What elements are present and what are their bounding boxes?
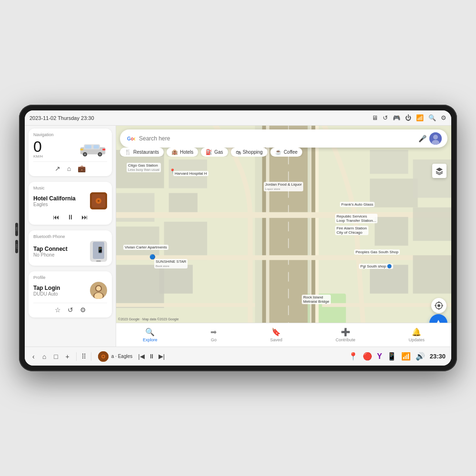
filter-restaurants-label: Restaurants (133, 149, 159, 155)
navigation-widget[interactable]: Navigation 0 KM/H (29, 129, 112, 176)
svg-rect-41 (311, 126, 315, 347)
bottom-time: 23:30 (430, 353, 446, 360)
music-artist: Eagles (33, 202, 76, 207)
gas-icon: ⛽ (206, 149, 212, 155)
bottom-prev-btn[interactable]: |◀ (138, 353, 144, 360)
updates-label: Updates (408, 337, 425, 342)
svg-rect-45 (116, 303, 255, 307)
go-label: Go (211, 337, 217, 342)
recent-button[interactable]: □ (52, 352, 60, 361)
updates-icon: 🔔 (412, 327, 421, 337)
bottom-contribute[interactable]: ➕ Contribute (336, 327, 356, 342)
filter-shopping-label: Shopping (243, 149, 263, 155)
status-bar: 2023-11-02 Thursday 23:30 🖥 ↺ 🎮 ⏻ 📶 🔍 ⚙ (25, 110, 451, 126)
pause-btn[interactable]: ⏸ (67, 213, 74, 221)
music-content: Hotel California Eagles (33, 192, 107, 209)
yahoo-icon: Y (377, 352, 382, 361)
bottom-updates[interactable]: 🔔 Updates (408, 327, 425, 342)
svg-rect-2 (85, 145, 92, 149)
music-controls: ⏮ ⏸ ⏭ (33, 213, 107, 221)
profile-widget[interactable]: Profile Tap Login DUDU Auto (29, 271, 112, 317)
bottom-navigation-bar: ‹ ⌂ □ + ⠿ a · Eagles |◀ ⏸ ▶| (25, 347, 451, 366)
svg-rect-49 (375, 217, 408, 246)
map-area[interactable]: Citgo Gas StationLess busy than usual Jo… (116, 126, 451, 347)
bt-content: Tap Connect No Phone 📱 (33, 241, 107, 262)
map-layers-button[interactable] (432, 164, 446, 178)
settings-icon[interactable]: ⚙ (441, 114, 446, 121)
bottom-explore[interactable]: 🔍 Explore (143, 327, 158, 342)
date-time: 2023-11-02 Thursday 23:30 (30, 115, 94, 121)
filter-coffee[interactable]: ☕ Coffee (270, 148, 302, 157)
map-search-bar[interactable]: Google 🎤 (120, 129, 447, 148)
filter-gas[interactable]: ⛽ Gas (201, 148, 228, 157)
svg-point-57 (433, 135, 438, 139)
bottom-next-btn[interactable]: ▶| (159, 353, 165, 360)
settings-btn[interactable]: ⚙ (80, 306, 86, 314)
bottom-music-text: a · Eagles (111, 354, 132, 359)
next-track-btn[interactable]: ⏭ (81, 213, 88, 221)
bluetooth-widget[interactable]: Bluetooth Phone Tap Connect No Phone 📱 (29, 230, 112, 266)
main-area: Navigation 0 KM/H (25, 126, 451, 347)
music-widget[interactable]: Music Hotel California Eagles (29, 182, 112, 225)
profile-title: Tap Login (33, 285, 60, 291)
favorite-btn[interactable]: ☆ (55, 306, 61, 314)
nav-work-btn[interactable]: 💼 (78, 165, 86, 172)
map-copyright: ©2023 Google · Map data ©2023 Google (118, 317, 178, 321)
filter-shopping[interactable]: 🛍 Shopping (231, 148, 268, 157)
home-button[interactable]: ⌂ (40, 352, 48, 361)
svg-rect-48 (370, 178, 418, 207)
left-panel: Navigation 0 KM/H (25, 126, 116, 347)
filter-hotels[interactable]: 🏨 Hotels (167, 148, 198, 157)
svg-point-21 (96, 286, 101, 291)
filter-hotels-label: Hotels (180, 149, 193, 155)
filter-coffee-label: Coffee (284, 149, 298, 155)
refresh-icon: ↺ (383, 114, 388, 121)
music-info: Hotel California Eagles (33, 195, 76, 207)
bottom-music-avatar (98, 351, 109, 362)
nav-content: 0 KM/H (33, 139, 107, 159)
back-button[interactable]: ‹ (30, 352, 37, 361)
svg-rect-28 (169, 159, 207, 188)
bottom-saved[interactable]: 🔖 Saved (270, 327, 282, 342)
search-input[interactable] (139, 135, 418, 142)
svg-rect-16 (96, 260, 101, 262)
pin-sunshine: 🔵 (149, 254, 155, 259)
filter-restaurants[interactable]: 🍴 Restaurants (120, 148, 164, 157)
divider-1 (76, 352, 77, 361)
profile-content: Tap Login DUDU Auto (33, 282, 107, 299)
mic-button[interactable]: MIC (15, 223, 18, 236)
add-button[interactable]: + (64, 352, 71, 361)
svg-text:Google: Google (127, 136, 135, 141)
svg-point-7 (99, 153, 101, 156)
nav-direction-btn[interactable]: ↗ (55, 165, 60, 172)
location-icon: 📍 (348, 352, 358, 361)
profile-avatar (90, 282, 107, 299)
svg-point-13 (98, 200, 99, 202)
user-avatar[interactable] (429, 132, 442, 145)
apps-grid-button[interactable]: ⠿ (81, 353, 86, 360)
bottom-play-pause-btn[interactable]: ⏸ (149, 353, 155, 360)
bt-title: Tap Connect (33, 246, 68, 252)
locate-button[interactable] (431, 298, 446, 313)
svg-text:📱: 📱 (97, 246, 104, 253)
volume-icon[interactable]: 🔊 (416, 352, 425, 361)
saved-label: Saved (270, 337, 282, 342)
sync-btn[interactable]: ↺ (68, 306, 73, 314)
svg-rect-44 (116, 255, 451, 260)
prev-track-btn[interactable]: ⏮ (53, 213, 60, 221)
coffee-icon: ☕ (275, 149, 282, 155)
bt-label: Bluetooth Phone (33, 234, 107, 239)
nav-home-btn[interactable]: ⌂ (67, 165, 71, 172)
car-display-device: MIC RST 2023-11-02 Thursday 23:30 🖥 ↺ 🎮 … (19, 105, 457, 371)
svg-point-5 (84, 153, 86, 156)
rst-button[interactable]: RST (15, 240, 18, 253)
saved-icon: 🔖 (271, 327, 281, 337)
profile-subtitle: DUDU Auto (33, 291, 60, 297)
bottom-go[interactable]: ➡ Go (210, 327, 217, 342)
map-filters: 🍴 Restaurants 🏨 Hotels ⛽ Gas 🛍 Shopping (120, 148, 447, 157)
bt-info: Tap Connect No Phone (33, 246, 68, 258)
bottom-music-controls: |◀ ⏸ ▶| (138, 353, 165, 360)
divider-2 (91, 352, 91, 361)
svg-rect-53 (413, 255, 451, 293)
mic-icon[interactable]: 🎤 (418, 135, 426, 142)
